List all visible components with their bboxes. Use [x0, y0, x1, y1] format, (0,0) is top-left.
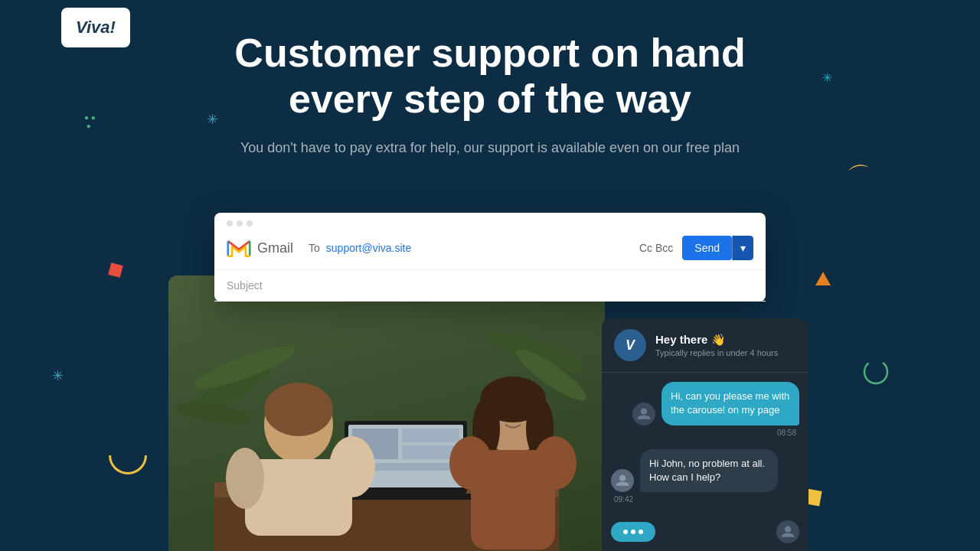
chat-reply-time: Typically replies in under 4 hours [655, 348, 778, 357]
svg-point-30 [641, 408, 647, 414]
user-message-row: Hi, can you please me with the carousel … [632, 382, 799, 425]
gmail-subject-placeholder: Subject [227, 279, 263, 292]
user-avatar [632, 403, 655, 425]
chat-header: V Hey there 👋 Typically replies in under… [602, 318, 808, 373]
chat-message-2: Hi John, no problem at all. How can I he… [611, 449, 799, 504]
hero-title: Customer support on hand every step of t… [222, 31, 758, 122]
svg-point-21 [329, 436, 375, 497]
user-message-text: Hi, can you please me with the carousel … [671, 390, 789, 416]
chat-brand-avatar: V [614, 329, 646, 361]
svg-point-31 [619, 475, 626, 481]
chat-greeting: Hey there 👋 [655, 333, 778, 347]
gmail-to-label: To [309, 242, 320, 254]
hero-subtitle: You don't have to pay extra for help, ou… [222, 138, 758, 158]
user-message-bubble: Hi, can you please me with the carousel … [662, 382, 799, 425]
footer-user-avatar [776, 520, 799, 543]
typing-indicator [611, 522, 655, 542]
chat-message-1: Hi, can you please me with the carousel … [611, 382, 799, 436]
typing-dot-1 [623, 530, 628, 534]
svg-point-28 [449, 436, 492, 490]
deco-asterisk-2: ✳ [822, 70, 832, 85]
deco-spiral [861, 357, 891, 387]
window-dot-2 [237, 220, 243, 227]
user-avatar-icon [636, 406, 652, 422]
deco-hook: ⌒ [846, 159, 874, 194]
gmail-card: Gmail To support@viva.site Cc Bcc Send ▾… [214, 213, 766, 302]
send-dropdown-arrow[interactable]: ▾ [732, 236, 753, 260]
window-dot-1 [227, 220, 233, 227]
logo: Viva! [61, 8, 130, 47]
chat-footer [602, 513, 808, 551]
chat-body: Hi, can you please me with the carousel … [602, 373, 808, 513]
hero-section: Customer support on hand every step of t… [222, 31, 758, 158]
chat-header-text: Hey there 👋 Typically replies in under 4… [655, 333, 778, 357]
gmail-label: Gmail [257, 240, 293, 256]
scene-bg [168, 276, 605, 551]
deco-dots: ● ● ● [84, 113, 96, 130]
deco-red-rect [108, 262, 123, 278]
send-button[interactable]: Send [682, 236, 732, 260]
gmail-logo: Gmail [227, 236, 293, 260]
agent-avatar [611, 469, 634, 492]
agent-message-bubble: Hi John, no problem at all. How can I he… [640, 449, 778, 492]
window-dot-3 [247, 220, 253, 227]
deco-half-circle [109, 455, 147, 474]
chat-avatar-label: V [626, 337, 635, 354]
gmail-m-icon [227, 236, 251, 260]
agent-message-time: 09:42 [611, 495, 636, 504]
typing-dot-3 [639, 530, 643, 534]
plants-svg [168, 276, 605, 551]
agent-avatar-icon [615, 473, 630, 488]
deco-orange-tri [815, 272, 831, 285]
agent-message-row: Hi John, no problem at all. How can I he… [611, 449, 778, 492]
svg-point-19 [264, 383, 333, 436]
svg-point-0 [864, 360, 887, 383]
typing-dot-2 [631, 530, 635, 534]
logo-text: Viva! [76, 18, 116, 37]
gmail-header: Gmail To support@viva.site Cc Bcc Send ▾ [214, 227, 766, 270]
gmail-subject-row[interactable]: Subject [214, 270, 766, 302]
svg-rect-14 [402, 429, 459, 442]
agent-message-text: Hi John, no problem at all. How can I he… [649, 458, 765, 483]
deco-asterisk-3: ✳ [52, 367, 64, 384]
svg-point-29 [534, 436, 577, 490]
svg-point-32 [785, 527, 791, 533]
user-message-time: 08:58 [774, 429, 799, 437]
chat-widget: V Hey there 👋 Typically replies in under… [602, 318, 808, 551]
svg-point-22 [226, 448, 264, 509]
send-button-group[interactable]: Send ▾ [682, 236, 753, 260]
gmail-to-email: support@viva.site [326, 242, 639, 254]
gmail-to-row: To support@viva.site [309, 242, 639, 254]
gmail-cc-bcc: Cc Bcc [639, 242, 673, 254]
footer-user-icon [780, 524, 795, 540]
deco-asterisk-1: ✳ [207, 111, 218, 128]
photo-section [168, 276, 605, 551]
window-dots-row [214, 213, 766, 227]
